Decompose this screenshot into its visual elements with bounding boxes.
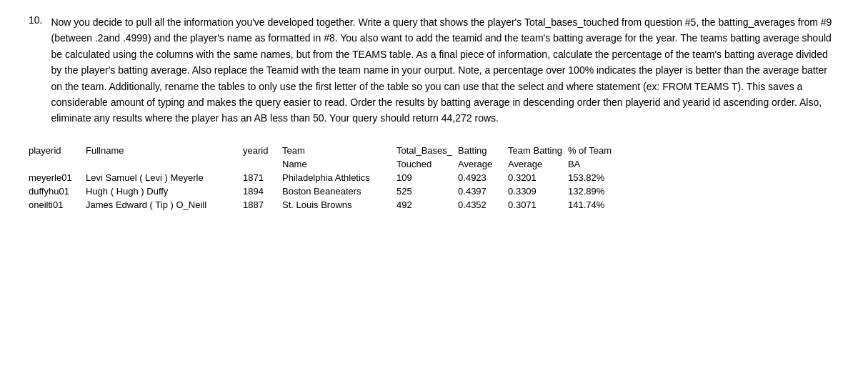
table-body: meyerle01Levi Samuel ( Levi ) Meyerle187… — [29, 171, 625, 212]
cell-fullname: Levi Samuel ( Levi ) Meyerle — [86, 171, 243, 184]
cell-fullname: James Edward ( Tip ) O_Neill — [86, 198, 243, 212]
cell-teambatting: 0.3201 — [508, 171, 568, 184]
col-subheader-batting-avg: Average — [458, 157, 508, 171]
col-subheader-touched: Touched — [396, 157, 458, 171]
cell-playerid: oneilti01 — [29, 198, 86, 212]
cell-yearid: 1894 — [243, 184, 282, 198]
cell-teambatting: 0.3071 — [508, 198, 568, 212]
cell-pct: 153.82% — [568, 171, 625, 184]
cell-yearid: 1887 — [243, 198, 282, 212]
col-header-fullname: Fullname — [86, 144, 243, 157]
cell-yearid: 1871 — [243, 171, 282, 184]
col-header-batting: Batting — [458, 144, 508, 157]
table-header-row: playerid Fullname yearid Team Total_Base… — [29, 144, 625, 157]
cell-totalbases: 492 — [396, 198, 458, 212]
col-header-teambatting: Team Batting — [508, 144, 568, 157]
col-header-playerid: playerid — [29, 144, 86, 157]
cell-batting: 0.4397 — [458, 184, 508, 198]
question-text: Now you decide to pull all the informati… — [51, 14, 839, 127]
col-subheader-team-name: Name — [282, 157, 396, 171]
cell-totalbases: 109 — [396, 171, 458, 184]
cell-playerid: meyerle01 — [29, 171, 86, 184]
cell-team: Boston Beaneaters — [282, 184, 396, 198]
cell-fullname: Hugh ( Hugh ) Duffy — [86, 184, 243, 198]
cell-team: Philadelphia Athletics — [282, 171, 396, 184]
col-header-pct: % of Team — [568, 144, 625, 157]
question-block: 10. Now you decide to pull all the infor… — [29, 14, 839, 127]
cell-pct: 132.89% — [568, 184, 625, 198]
table-row: meyerle01Levi Samuel ( Levi ) Meyerle187… — [29, 171, 625, 184]
col-header-yearid: yearid — [243, 144, 282, 157]
cell-playerid: duffyhu01 — [29, 184, 86, 198]
col-header-team: Team — [282, 144, 396, 157]
table-subheader-row: Name Touched Average Average BA — [29, 157, 625, 171]
col-subheader-pct-ba: BA — [568, 157, 625, 171]
col-subheader-teambatting-avg: Average — [508, 157, 568, 171]
cell-batting: 0.4352 — [458, 198, 508, 212]
col-header-totalbases: Total_Bases_ — [396, 144, 458, 157]
cell-teambatting: 0.3309 — [508, 184, 568, 198]
cell-totalbases: 525 — [396, 184, 458, 198]
table-row: oneilti01James Edward ( Tip ) O_Neill188… — [29, 198, 625, 212]
cell-team: St. Louis Browns — [282, 198, 396, 212]
results-table: playerid Fullname yearid Team Total_Base… — [29, 144, 625, 212]
cell-pct: 141.74% — [568, 198, 625, 212]
cell-batting: 0.4923 — [458, 171, 508, 184]
table-row: duffyhu01Hugh ( Hugh ) Duffy1894Boston B… — [29, 184, 625, 198]
question-number: 10. — [29, 14, 42, 127]
